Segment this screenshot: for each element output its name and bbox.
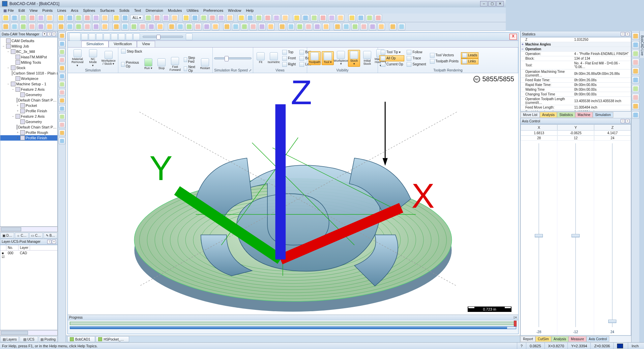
toolbar-button[interactable] bbox=[28, 23, 36, 30]
tree-node[interactable]: Milling Tools bbox=[0, 60, 57, 65]
tree-node[interactable]: +Pocket bbox=[0, 103, 57, 108]
tree-node[interactable]: HaasTM.MillPst bbox=[0, 54, 57, 60]
layer-row[interactable]: ■ ☑ 000 CAD bbox=[0, 251, 57, 259]
vis-toolpath-button[interactable]: Toolpath bbox=[309, 51, 321, 65]
vtoolbar-button[interactable] bbox=[59, 129, 65, 136]
sim-header-slider[interactable] bbox=[143, 36, 183, 38]
menu-lines[interactable]: Lines bbox=[55, 8, 68, 13]
toolbar-button[interactable] bbox=[264, 14, 271, 22]
vtoolbar-button[interactable] bbox=[59, 97, 65, 104]
panel-pin-button[interactable]: ⟟ bbox=[47, 240, 51, 244]
toolbar-button[interactable] bbox=[287, 23, 295, 30]
toolbar-button[interactable] bbox=[148, 23, 155, 30]
menu-view[interactable]: View bbox=[28, 8, 40, 13]
toolbar-button[interactable] bbox=[366, 14, 373, 22]
toolbar-all-dropdown[interactable]: ALL ▾ bbox=[130, 15, 143, 21]
vtoolbar-button[interactable] bbox=[59, 73, 65, 80]
toolbar-button[interactable] bbox=[11, 23, 18, 30]
menu-arcs[interactable]: Arcs bbox=[69, 8, 80, 13]
simulation-viewport[interactable]: NC 5855/5855 0.723 in X Y Z bbox=[68, 73, 506, 274]
toolbar-button[interactable] bbox=[217, 14, 225, 22]
vtoolbar-button[interactable] bbox=[59, 81, 65, 88]
toolbar-button[interactable] bbox=[209, 14, 216, 22]
sim-play-button[interactable] bbox=[104, 33, 110, 40]
toolbar-button[interactable] bbox=[84, 23, 91, 30]
toolbar-button[interactable] bbox=[282, 14, 289, 22]
menu-modules[interactable]: Modules bbox=[166, 8, 184, 13]
isometric-button[interactable]: Isometric bbox=[268, 51, 280, 65]
sim-tab-view[interactable]: View bbox=[137, 41, 155, 47]
toolbar-button[interactable] bbox=[232, 23, 239, 30]
tree-node[interactable]: −Feature 2 Axis bbox=[0, 114, 57, 119]
toolbar-button[interactable] bbox=[273, 14, 280, 22]
menu-preferences[interactable]: Preferences bbox=[201, 8, 225, 13]
toolbar-button[interactable] bbox=[238, 14, 245, 22]
menu-file[interactable]: File bbox=[1, 8, 16, 13]
menu-edit[interactable]: Edit bbox=[17, 8, 27, 13]
menu-utilities[interactable]: Utilities bbox=[185, 8, 201, 13]
tooltip-button[interactable]: Tool Tip ▾ bbox=[379, 49, 404, 55]
front-view-button[interactable]: Front bbox=[281, 55, 297, 61]
sim-tab-verification[interactable]: Verification bbox=[109, 41, 137, 47]
toolbar-button[interactable] bbox=[66, 23, 74, 30]
tree-node[interactable]: Workpiece bbox=[0, 76, 57, 81]
panel-close-button[interactable]: × bbox=[52, 32, 56, 36]
toolbar-button[interactable] bbox=[351, 23, 359, 30]
sim-forward-button[interactable] bbox=[118, 33, 125, 40]
sim-cursor-button[interactable] bbox=[186, 33, 193, 40]
toolbar-button[interactable] bbox=[212, 23, 219, 30]
toolbar-button[interactable] bbox=[200, 14, 207, 22]
left-tab[interactable]: ☼ C… bbox=[15, 233, 29, 239]
toolbar-button[interactable] bbox=[322, 23, 330, 30]
toolbar-button[interactable] bbox=[389, 23, 397, 30]
toolbar-button[interactable] bbox=[334, 23, 341, 30]
vtoolbar-button[interactable] bbox=[59, 121, 65, 128]
toolbar-button[interactable] bbox=[177, 23, 184, 30]
toolbar-button[interactable] bbox=[293, 14, 300, 22]
toolbar-button[interactable] bbox=[258, 23, 266, 30]
menu-splines[interactable]: Splines bbox=[81, 8, 97, 13]
tree-node[interactable]: +Profile Finish bbox=[0, 108, 57, 114]
toolbar-button[interactable] bbox=[182, 14, 190, 22]
tree-node[interactable]: −Machine Setup - 1 bbox=[0, 81, 57, 87]
toolbar-button[interactable] bbox=[226, 14, 234, 22]
panel-close-button[interactable]: × bbox=[52, 240, 56, 244]
sim-pause-button[interactable] bbox=[111, 33, 118, 40]
toolbar-button[interactable] bbox=[348, 14, 356, 22]
sim-rewind-start-button[interactable] bbox=[89, 33, 95, 40]
toolbar-button[interactable] bbox=[250, 23, 257, 30]
toolbar-button[interactable] bbox=[156, 23, 164, 30]
toolbar-button[interactable] bbox=[113, 14, 120, 22]
menu-dimension[interactable]: Dimension bbox=[144, 8, 165, 13]
tree-node[interactable]: Default Chain Start P… bbox=[0, 124, 57, 130]
toolbar-button[interactable] bbox=[57, 14, 65, 22]
all-op-button[interactable]: All Op bbox=[379, 55, 404, 61]
toolbar-button[interactable] bbox=[92, 14, 100, 22]
vtoolbar-button[interactable] bbox=[59, 105, 65, 112]
maximize-button[interactable]: ▢ bbox=[488, 1, 496, 6]
toolbar-button[interactable] bbox=[113, 23, 120, 30]
sim-rewind-button[interactable] bbox=[96, 33, 103, 40]
sim-forward-end-button[interactable] bbox=[126, 33, 133, 40]
toolbar-button[interactable] bbox=[57, 23, 65, 30]
toolbar-button[interactable] bbox=[311, 14, 318, 22]
toolbar-button[interactable] bbox=[314, 23, 321, 30]
toolbar-button[interactable] bbox=[37, 14, 45, 22]
toolbar-button[interactable] bbox=[84, 14, 91, 22]
toolbar-button[interactable] bbox=[121, 23, 129, 30]
toolbar-button[interactable] bbox=[194, 23, 202, 30]
toolbar-button[interactable] bbox=[92, 23, 100, 30]
vtoolbar-button[interactable] bbox=[59, 138, 65, 144]
toolbar-button[interactable] bbox=[319, 14, 327, 22]
toolbar-button[interactable] bbox=[375, 14, 382, 22]
sim-open-button[interactable] bbox=[81, 33, 88, 40]
toolbar-button[interactable] bbox=[296, 23, 303, 30]
toolbar-button[interactable] bbox=[302, 14, 309, 22]
menu-window[interactable]: Window bbox=[226, 8, 243, 13]
toolbar-button[interactable] bbox=[46, 23, 53, 30]
vis-initial-stock-button[interactable]: Initial Stock bbox=[361, 50, 373, 67]
tree-hscroll[interactable] bbox=[0, 227, 58, 232]
top-view-button[interactable]: Top bbox=[281, 49, 297, 55]
segment-button[interactable]: Segment bbox=[405, 61, 427, 67]
vtoolbar-button[interactable] bbox=[59, 57, 65, 63]
